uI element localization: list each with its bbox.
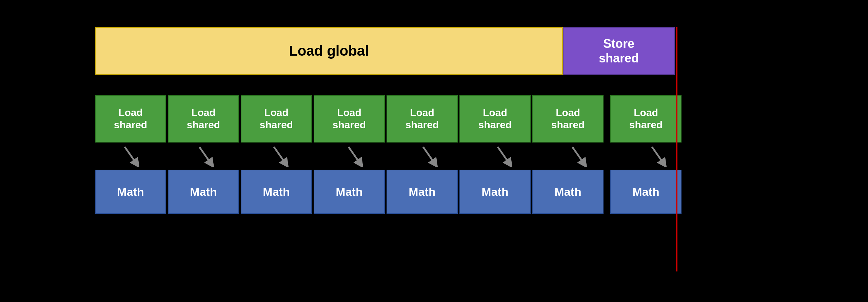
store-shared-box: Storeshared [563, 27, 675, 75]
store-shared-label: Storeshared [599, 36, 639, 65]
svg-line-6 [572, 147, 584, 164]
load-shared-box-8: Loadshared [610, 95, 682, 143]
load-shared-box-4: Loadshared [314, 95, 385, 143]
load-shared-label-5: Loadshared [406, 107, 439, 131]
arrow-icon-1 [120, 145, 143, 167]
math-label-3: Math [263, 185, 290, 199]
math-box-3: Math [241, 170, 312, 214]
load-shared-row: Loadshared Loadshared Loadshared Loadsha… [95, 95, 773, 143]
load-shared-label-2: Loadshared [187, 107, 220, 131]
math-box-5: Math [387, 170, 458, 214]
load-shared-box-2: Loadshared [168, 95, 239, 143]
math-label-5: Math [409, 185, 435, 199]
arrow-1 [95, 145, 168, 167]
arrow-icon-8 [647, 145, 671, 167]
svg-line-2 [274, 147, 286, 164]
load-shared-box-1: Loadshared [95, 95, 166, 143]
math-label-1: Math [117, 185, 144, 199]
math-row: Math Math Math Math Math Math Math Math [95, 170, 773, 214]
arrow-5 [393, 145, 466, 167]
svg-line-5 [498, 147, 510, 164]
arrow-6 [468, 145, 541, 167]
svg-line-4 [423, 147, 435, 164]
arrow-icon-2 [194, 145, 218, 167]
svg-line-7 [652, 147, 664, 164]
load-shared-box-7: Loadshared [532, 95, 604, 143]
arrow-7 [542, 145, 615, 167]
arrows-row [95, 143, 773, 170]
svg-line-3 [349, 147, 360, 164]
svg-line-1 [199, 147, 211, 164]
math-boxes: Math Math Math Math Math Math Math Math [95, 170, 773, 214]
math-box-2: Math [168, 170, 239, 214]
load-shared-label-1: Loadshared [114, 107, 147, 131]
arrow-icon-5 [418, 145, 442, 167]
math-box-6: Math [459, 170, 531, 214]
diagram-container: Load global Storeshared Loadshared Loads… [95, 27, 773, 271]
load-shared-box-3: Loadshared [241, 95, 312, 143]
arrow-2 [170, 145, 242, 167]
math-box-7: Math [532, 170, 604, 214]
load-shared-label-6: Loadshared [478, 107, 512, 131]
math-label-8: Math [632, 185, 659, 199]
load-shared-box-5: Loadshared [387, 95, 458, 143]
math-box-1: Math [95, 170, 166, 214]
math-label-7: Math [554, 185, 581, 199]
math-label-2: Math [190, 185, 217, 199]
load-shared-label-8: Loadshared [629, 107, 663, 131]
arrow-icon-3 [269, 145, 293, 167]
arrow-icon-6 [493, 145, 516, 167]
arrow-4 [319, 145, 392, 167]
load-shared-label-3: Loadshared [260, 107, 293, 131]
arrow-3 [244, 145, 317, 167]
math-box-4: Math [314, 170, 385, 214]
arrow-icon-4 [343, 145, 367, 167]
row1: Load global Storeshared [95, 27, 773, 75]
math-box-8: Math [610, 170, 682, 214]
load-global-box: Load global [95, 27, 563, 75]
load-global-label: Load global [289, 43, 369, 59]
load-shared-label-4: Loadshared [333, 107, 366, 131]
arrow-8 [622, 145, 695, 167]
math-label-6: Math [481, 185, 508, 199]
math-label-4: Math [336, 185, 362, 199]
red-line [676, 27, 677, 271]
load-shared-label-7: Loadshared [551, 107, 585, 131]
svg-line-0 [125, 147, 137, 164]
arrow-icon-7 [567, 145, 591, 167]
load-shared-box-6: Loadshared [459, 95, 531, 143]
load-shared-boxes: Loadshared Loadshared Loadshared Loadsha… [95, 95, 773, 143]
